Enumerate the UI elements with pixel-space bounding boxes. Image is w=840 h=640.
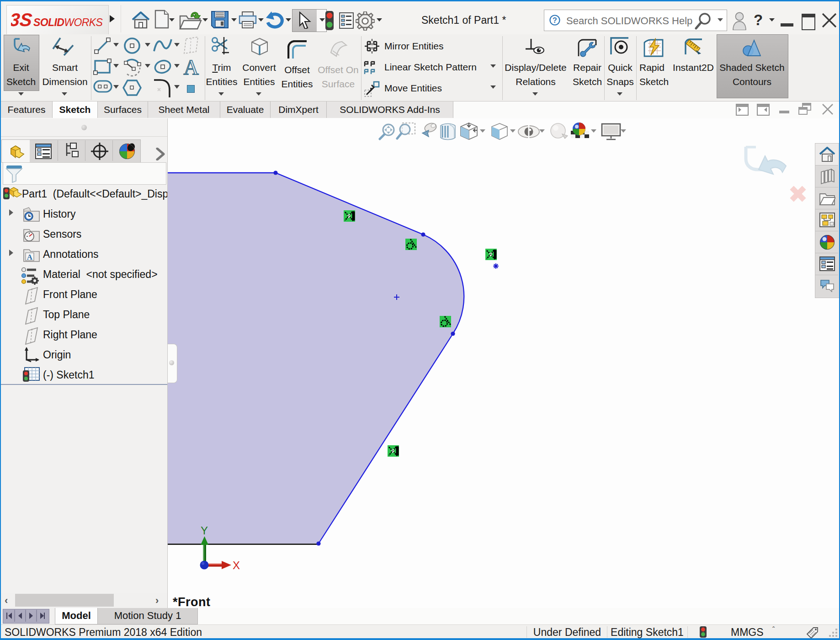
svg-text:?: ? — [553, 16, 557, 24]
svg-text:X: X — [233, 559, 240, 571]
svg-text:3S: 3S — [11, 10, 33, 30]
svg-text:A: A — [183, 57, 198, 77]
svg-text:Y: Y — [201, 524, 208, 537]
svg-text:A: A — [27, 253, 33, 261]
